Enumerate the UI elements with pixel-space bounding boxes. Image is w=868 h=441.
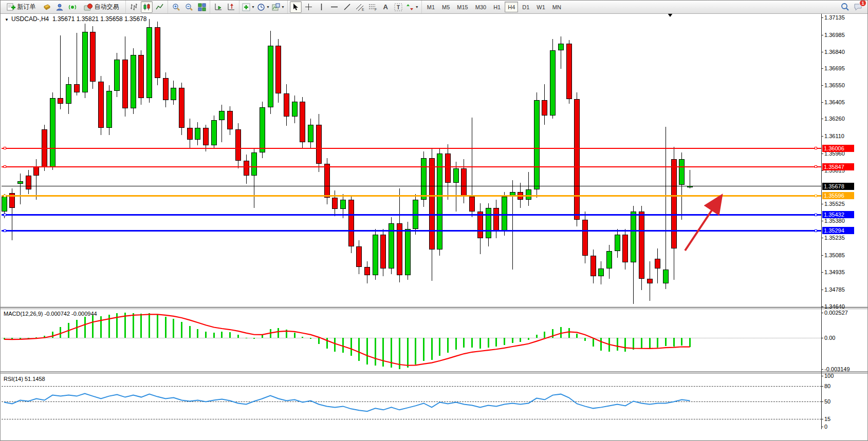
bull-candle [82,32,88,92]
main-toolbar: 新订单 自动交易 ▼ ▼ ▼ [1,1,868,14]
macd-axis-tick [821,369,823,370]
candlestick-chart-button[interactable] [141,1,153,13]
timeframe-d1-button[interactable]: D1 [519,2,532,12]
autoscroll-button[interactable] [212,1,224,13]
panel-separator[interactable] [1,307,868,308]
chart-title: ▼USDCAD-,H4 1.35671 1.35821 1.35658 1.35… [5,15,146,23]
chart-shift-button[interactable] [225,1,237,13]
notifications-button[interactable]: 1 [852,1,864,13]
community-button[interactable] [53,1,65,13]
macd-histogram-bar [681,338,682,346]
bull-candle [171,88,176,101]
support-line-1[interactable] [2,214,821,216]
deposit-button[interactable] [41,1,52,13]
resistance-line-2-handle[interactable] [815,165,817,168]
macd-histogram-bar [423,338,424,361]
timeframe-m15-button[interactable]: M15 [454,2,471,12]
autotrading-button[interactable]: 自动交易 [79,1,123,13]
macd-histogram-bar [278,328,279,338]
resistance-line-2[interactable] [2,166,821,167]
indicators-button[interactable]: ▼ [242,1,255,13]
support-line-2-handle[interactable] [4,229,6,232]
macd-histogram-bar [366,338,368,365]
tile-windows-button[interactable] [196,1,208,13]
arrows-button[interactable]: ▼ [405,1,419,13]
timeframe-mn-button[interactable]: MN [549,2,564,12]
macd-histogram-bar [229,332,231,338]
macd-histogram-bar [326,338,328,349]
price-axis-label: 1.37135 [824,14,845,21]
bull-candle [292,102,298,117]
bear-candle [324,164,330,197]
resistance-line-2-handle[interactable] [4,165,6,168]
macd-histogram-bar [11,338,13,340]
zoom-out-button[interactable] [183,1,195,13]
fibonacci-button[interactable]: F [367,1,379,13]
new-order-button[interactable]: 新订单 [3,1,40,13]
macd-histogram-bar [4,338,5,339]
macd-histogram-bar [253,338,255,339]
support-line-1-handle[interactable] [815,214,817,216]
support-line-2-handle[interactable] [815,229,817,232]
support-line-1-price-tag: 1.35432 [822,211,854,218]
macd-axis-label: 0.002527 [824,310,848,316]
templates-button[interactable]: ▼ [271,1,285,13]
resistance-line-1-handle[interactable] [4,147,6,149]
vertical-line-button[interactable] [316,1,327,13]
line-chart-button[interactable] [154,1,165,13]
notification-badge: 1 [859,0,866,7]
bars-chart-button[interactable] [128,1,140,13]
price-axis-label: 1.36840 [824,49,845,55]
resistance-line-1-handle[interactable] [815,147,817,149]
pivot-line-handle[interactable] [815,195,817,197]
crosshair-button[interactable] [303,1,315,13]
support-line-2[interactable] [2,230,821,232]
price-axis-tick [821,136,823,137]
macd-histogram-bar [576,334,578,338]
timeframe-h1-button[interactable]: H1 [490,2,504,12]
zoom-in-button[interactable] [170,1,182,13]
periods-button[interactable]: ▼ [256,1,270,13]
search-button[interactable] [839,1,851,13]
panel-separator [1,309,868,309]
timeframe-h4-button[interactable]: H4 [505,2,518,12]
bull-candle [268,46,273,107]
zoom-in-icon [172,3,180,11]
support-line-1-handle[interactable] [4,214,6,216]
autoscroll-icon [214,3,223,11]
trendline-button[interactable] [341,1,353,13]
annotation-arrow[interactable] [685,199,719,251]
rsi-axis-label: 80 [824,383,830,389]
channel-button[interactable]: E [354,1,366,13]
price-axis-tick [821,17,823,18]
bull-candle [260,107,265,152]
timeframe-m1-button[interactable]: M1 [424,2,438,12]
bear-candle [187,128,193,140]
timeframe-w1-button[interactable]: W1 [533,2,548,12]
price-axis-label: 1.36985 [824,32,845,38]
horizontal-line-button[interactable] [328,1,340,13]
macd-axis-tick [821,313,823,313]
cursor-button[interactable] [290,1,302,13]
price-axis-label: 1.35085 [824,252,845,258]
rsi-axis-tick [821,419,823,419]
pivot-line-handle[interactable] [4,195,6,197]
resistance-line-1[interactable] [2,148,821,149]
panel-separator[interactable] [1,372,868,372]
bear-candle [429,158,435,250]
price-axis-tick [821,272,823,273]
chart-shift-marker[interactable] [668,13,673,17]
signals-button[interactable] [66,1,78,13]
rsi-axis-tick [821,386,823,387]
tile-windows-icon [198,3,206,11]
toolbar-group-objects: E F A T ▼ [287,1,421,13]
timeframe-m30-button[interactable]: M30 [472,2,489,12]
timeframe-m5-button[interactable]: M5 [439,2,453,12]
timeframe-toolbar: M1M5M15M30H1H4D1W1MN [421,1,566,13]
bull-candle [606,251,612,269]
arrows-icon [406,3,414,11]
pivot-line[interactable] [2,195,821,197]
text-button[interactable]: A [380,1,392,13]
text-label-button[interactable]: T [393,1,404,13]
chart-dropdown-icon[interactable]: ▼ [5,17,9,22]
